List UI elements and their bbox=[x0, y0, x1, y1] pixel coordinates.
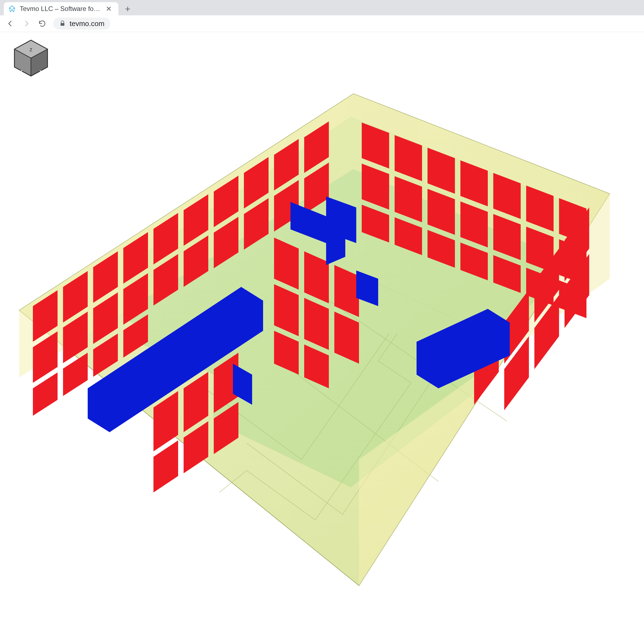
new-tab-button[interactable]: + bbox=[122, 3, 133, 14]
omnibox-url: tevmo.com bbox=[70, 19, 104, 28]
browser-tab[interactable]: Tevmo LLC – Software for HVACR ✕ bbox=[4, 2, 118, 15]
reload-button[interactable] bbox=[37, 19, 47, 29]
omnibox[interactable]: tevmo.com bbox=[53, 18, 110, 30]
svg-rect-0 bbox=[61, 23, 64, 26]
tab-favicon-icon bbox=[8, 5, 16, 13]
back-button[interactable] bbox=[5, 19, 15, 29]
forward-button[interactable] bbox=[21, 19, 31, 29]
tab-title: Tevmo LLC – Software for HVACR bbox=[20, 5, 102, 13]
address-bar: tevmo.com bbox=[0, 15, 644, 32]
tab-close-icon[interactable]: ✕ bbox=[106, 5, 112, 12]
arrow-left-icon bbox=[6, 19, 15, 28]
tab-strip: Tevmo LLC – Software for HVACR ✕ + bbox=[0, 0, 644, 15]
browser-chrome: Tevmo LLC – Software for HVACR ✕ + tevmo… bbox=[0, 0, 644, 32]
viewport-3d[interactable]: z bbox=[0, 32, 644, 644]
reload-icon bbox=[38, 19, 46, 28]
building-model[interactable] bbox=[0, 32, 644, 644]
lock-icon bbox=[59, 20, 66, 27]
arrow-right-icon bbox=[22, 19, 30, 28]
